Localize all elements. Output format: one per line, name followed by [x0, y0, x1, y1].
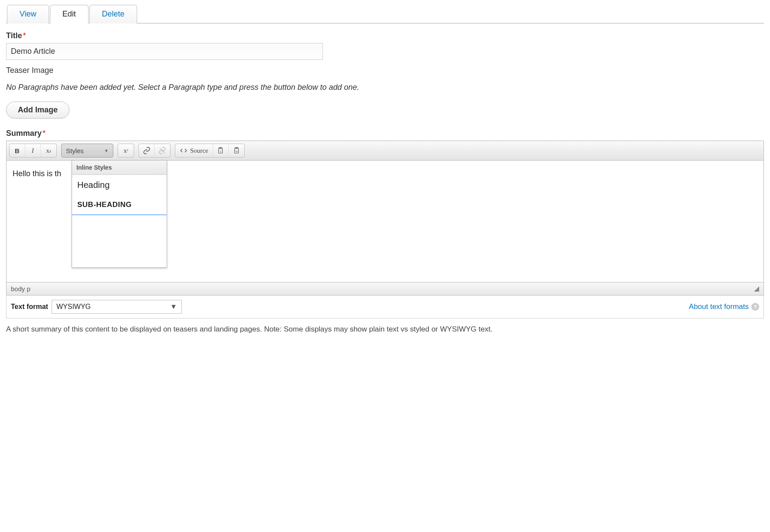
- text-format-row: Text format WYSIWYG ▼ About text formats…: [6, 296, 764, 319]
- required-indicator: *: [23, 31, 26, 40]
- summary-editor: B I x₂ Styles ▼ x² Source T: [6, 141, 764, 296]
- title-input[interactable]: [6, 43, 323, 60]
- summary-help-text: A short summary of this content to be di…: [6, 324, 764, 335]
- primary-tabs: View Edit Delete: [6, 4, 764, 23]
- text-format-label: Text format: [11, 303, 48, 311]
- toolbar-group-source: Source T W: [175, 144, 245, 158]
- chevron-down-icon: ▼: [170, 303, 177, 311]
- toolbar-group-links: [138, 144, 171, 158]
- unlink-button[interactable]: [155, 144, 170, 157]
- link-icon: [143, 147, 151, 154]
- editor-content-area[interactable]: Hello this is th Inline Styles Heading S…: [7, 161, 763, 282]
- element-path-text[interactable]: body p: [11, 285, 30, 292]
- editor-element-path: body p: [7, 282, 763, 295]
- styles-dropdown-button[interactable]: Styles ▼: [61, 144, 113, 158]
- paste-word-button[interactable]: W: [229, 144, 244, 157]
- add-image-button[interactable]: Add Image: [6, 102, 69, 118]
- required-indicator: *: [43, 129, 46, 138]
- text-format-select[interactable]: WYSIWYG ▼: [52, 300, 182, 314]
- toolbar-group-basic: B I x₂: [9, 144, 57, 158]
- tab-view[interactable]: View: [7, 5, 49, 23]
- subscript-button[interactable]: x₂: [41, 144, 56, 157]
- summary-label: Summary*: [6, 129, 764, 138]
- paste-text-icon: T: [217, 147, 224, 154]
- resize-handle[interactable]: [754, 286, 759, 292]
- unlink-icon: [158, 147, 166, 154]
- help-icon: ?: [751, 303, 759, 311]
- dropdown-spacer: [72, 215, 167, 267]
- editor-text: Hello this is th: [13, 169, 61, 178]
- style-option-subheading[interactable]: SUB-HEADING: [72, 195, 167, 215]
- no-paragraphs-message: No Paragraphs have been added yet. Selec…: [6, 83, 764, 92]
- style-option-heading[interactable]: Heading: [72, 175, 167, 195]
- teaser-image-label: Teaser Image: [6, 66, 764, 75]
- italic-button[interactable]: I: [25, 144, 41, 157]
- svg-text:W: W: [235, 150, 238, 153]
- link-button[interactable]: [139, 144, 155, 157]
- svg-text:T: T: [220, 150, 221, 153]
- styles-dropdown-panel: Inline Styles Heading SUB-HEADING: [72, 160, 167, 268]
- tab-delete[interactable]: Delete: [89, 5, 137, 23]
- paste-text-button[interactable]: T: [213, 144, 229, 157]
- superscript-button[interactable]: x²: [118, 144, 134, 157]
- bold-button[interactable]: B: [10, 144, 25, 157]
- editor-toolbar: B I x₂ Styles ▼ x² Source T: [7, 141, 763, 161]
- styles-dropdown-header: Inline Styles: [72, 161, 167, 175]
- source-icon: [180, 147, 188, 154]
- title-label: Title*: [6, 31, 764, 40]
- tab-edit[interactable]: Edit: [50, 5, 89, 23]
- text-format-left: Text format WYSIWYG ▼: [11, 300, 182, 314]
- about-text-formats-link[interactable]: About text formats ?: [689, 302, 759, 311]
- source-button[interactable]: Source: [175, 144, 213, 157]
- toolbar-group-super: x²: [118, 144, 134, 158]
- chevron-down-icon: ▼: [104, 148, 109, 153]
- paste-word-icon: W: [233, 147, 240, 154]
